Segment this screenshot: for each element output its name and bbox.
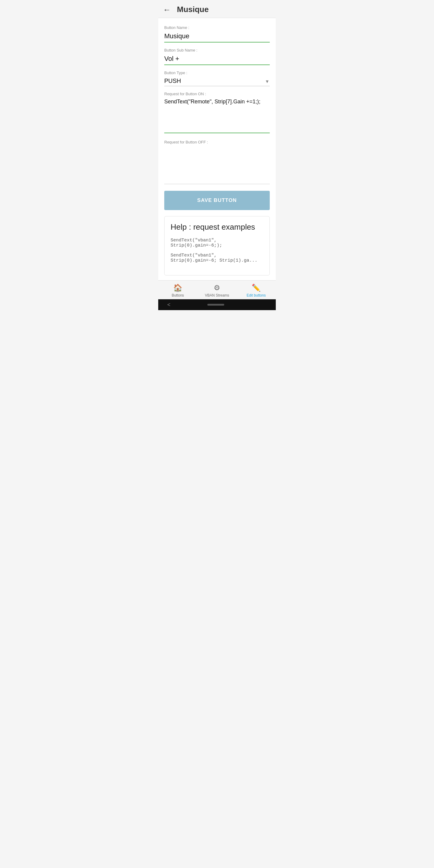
help-box: Help : request examples SendText("vban1"…	[164, 216, 270, 276]
request-on-label: Request for Button ON :	[164, 92, 270, 96]
help-example-2: SendText("vban1", Strip(0).gain=-6; Stri…	[170, 253, 264, 263]
save-button[interactable]: SAVE BUTTON	[164, 191, 270, 210]
button-name-group: Button Name :	[164, 25, 270, 42]
request-on-input[interactable]: SendText("Remote", Strip[7].Gain +=1;);	[164, 97, 270, 133]
nav-label-buttons: Buttons	[172, 293, 184, 298]
main-content: Button Name : Button Sub Name : Button T…	[158, 18, 276, 280]
request-off-group: Request for Button OFF :	[164, 140, 270, 185]
button-name-input[interactable]	[164, 31, 270, 42]
home-icon: 🏠	[173, 284, 182, 292]
gear-icon: ⚙	[214, 284, 220, 292]
page-title: Musique	[177, 5, 209, 14]
help-example-1: SendText("vban1", Strip(0).gain=-6;);	[170, 238, 264, 248]
bottom-nav: 🏠 Buttons ⚙ VBAN Streams ✏️ Edit buttons	[158, 280, 276, 299]
button-type-select-wrapper: PUSH TOGGLE SLIDER ▾	[164, 76, 270, 86]
pencil-icon: ✏️	[252, 284, 261, 292]
back-button[interactable]: ←	[163, 6, 171, 13]
system-home-indicator[interactable]	[207, 304, 224, 306]
system-nav-bar: <	[158, 299, 276, 310]
button-sub-name-label: Button Sub Name :	[164, 48, 270, 53]
nav-label-vban: VBAN Streams	[205, 293, 229, 298]
button-sub-name-input[interactable]	[164, 54, 270, 65]
button-type-select[interactable]: PUSH TOGGLE SLIDER	[164, 76, 270, 86]
nav-item-buttons[interactable]: 🏠 Buttons	[158, 284, 197, 298]
request-off-label: Request for Button OFF :	[164, 140, 270, 144]
request-on-group: Request for Button ON : SendText("Remote…	[164, 92, 270, 134]
system-back-button[interactable]: <	[167, 302, 170, 308]
button-name-label: Button Name :	[164, 25, 270, 30]
button-type-group: Button Type : PUSH TOGGLE SLIDER ▾	[164, 70, 270, 86]
button-sub-name-group: Button Sub Name :	[164, 48, 270, 65]
button-type-label: Button Type :	[164, 70, 270, 75]
request-off-input[interactable]	[164, 146, 270, 184]
nav-item-vban[interactable]: ⚙ VBAN Streams	[197, 284, 237, 298]
help-title: Help : request examples	[170, 222, 264, 232]
top-bar: ← Musique	[158, 0, 276, 18]
nav-item-edit-buttons[interactable]: ✏️ Edit buttons	[237, 284, 276, 298]
nav-label-edit-buttons: Edit buttons	[247, 293, 266, 298]
